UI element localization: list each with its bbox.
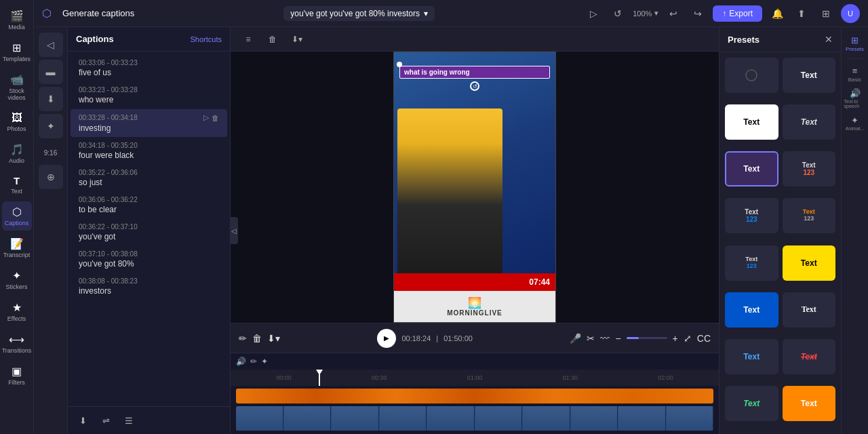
- list-item[interactable]: 00:36:06 - 00:36:22 to be clear: [71, 192, 227, 218]
- video-track[interactable]: [236, 406, 713, 431]
- magic-track-button[interactable]: ✦: [261, 357, 268, 366]
- text-block-tool[interactable]: ▬: [39, 60, 63, 84]
- preset-item-4[interactable]: Text: [725, 151, 778, 186]
- project-name[interactable]: you've got you've got 80% investors ▾: [283, 6, 435, 21]
- rotate-handle[interactable]: ↺: [470, 81, 479, 91]
- canvas-wrapper: what is going wrong ↺ 07:44: [231, 52, 719, 323]
- right-sidebar-basic[interactable]: ≡ Basic: [844, 63, 866, 85]
- list-item[interactable]: 00:33:23 - 00:33:28 who were: [71, 82, 227, 108]
- sidebar-item-stickers[interactable]: ✦ Stickers: [2, 265, 32, 294]
- scissors-button[interactable]: ✂: [587, 333, 595, 344]
- right-sidebar-tts[interactable]: 🔊 Text to speech: [844, 87, 866, 109]
- layout-button[interactable]: ⊞: [816, 4, 835, 23]
- sidebar-item-text[interactable]: T Text: [2, 171, 32, 199]
- aspect-ratio: 9:16: [44, 149, 57, 157]
- fullscreen-button[interactable]: ⤢: [684, 333, 692, 344]
- animate-icon: ✦: [851, 115, 859, 125]
- edit-tool-button[interactable]: ✏: [239, 333, 247, 344]
- replay-button[interactable]: ↺: [608, 4, 627, 23]
- playhead[interactable]: [319, 370, 320, 386]
- sub-sidebar: ◁ ▬ ⬇ ✦ 9:16 ⊕: [34, 27, 68, 434]
- list-item[interactable]: 00:33:06 - 00:33:23 five of us: [71, 55, 227, 81]
- preset-item-10[interactable]: Text: [725, 292, 778, 328]
- preset-item-12[interactable]: Text: [725, 339, 778, 374]
- magic-tool[interactable]: ✦: [39, 114, 63, 138]
- settings-captions-button[interactable]: ☰: [119, 411, 138, 430]
- presets-icon: ⊞: [851, 35, 859, 45]
- list-item-active[interactable]: 00:33:28 - 00:34:18 ▷ 🗑 investing: [71, 109, 227, 137]
- sidebar-item-captions[interactable]: ⬡ Captions: [2, 201, 32, 231]
- preset-item-1[interactable]: Text: [783, 58, 836, 93]
- edit-track-button[interactable]: ✏: [250, 357, 257, 366]
- download-tool[interactable]: ⬇: [39, 87, 63, 111]
- caption-actions: ▷ 🗑: [203, 113, 219, 122]
- right-sidebar-presets[interactable]: ⊞ Presets: [844, 33, 866, 54]
- delete-caption-button[interactable]: 🗑: [212, 113, 219, 122]
- timeline-area: 🔊 ✏ ✦ 00:00 00:30 01:00 01:30 02:00: [231, 353, 719, 434]
- pointer-tool[interactable]: ▷: [584, 4, 603, 23]
- notifications-button[interactable]: 🔔: [768, 4, 787, 23]
- list-item[interactable]: 00:34:18 - 00:35:20 four were black: [71, 138, 227, 164]
- sidebar-item-transcript[interactable]: 📝 Transcript: [2, 233, 32, 262]
- current-time: 00:18:24: [401, 334, 431, 342]
- preset-item-15[interactable]: Text: [783, 386, 836, 421]
- share-button[interactable]: ⬆: [792, 4, 811, 23]
- captions-toggle-button[interactable]: CC: [697, 333, 711, 344]
- text-align-button[interactable]: ≡: [239, 30, 258, 49]
- zoom-in-button[interactable]: +: [673, 333, 678, 344]
- preset-item-14[interactable]: Text: [725, 386, 778, 421]
- avatar[interactable]: U: [841, 4, 860, 23]
- preset-item-2[interactable]: Text: [725, 104, 778, 140]
- zoom-slider[interactable]: [627, 337, 667, 339]
- video-caption[interactable]: what is going wrong: [399, 66, 550, 79]
- delete-tool-button[interactable]: 🗑: [252, 333, 262, 344]
- sidebar-item-filters[interactable]: ▣ Filters: [2, 361, 32, 390]
- sidebar-item-stock[interactable]: 📹 Stock videos: [2, 69, 32, 105]
- preset-item-7[interactable]: Text 123: [783, 198, 836, 233]
- preset-item-5[interactable]: Text 123: [783, 151, 836, 186]
- sidebar-item-photos[interactable]: 🖼 Photos: [2, 108, 32, 136]
- delete-element-button[interactable]: 🗑: [263, 30, 282, 49]
- crop-tool[interactable]: ⊕: [39, 165, 63, 189]
- shortcuts-link[interactable]: Shortcuts: [191, 35, 222, 43]
- download-tool-button[interactable]: ⬇▾: [267, 333, 280, 344]
- download-captions-button[interactable]: ⬇: [73, 411, 92, 430]
- list-item[interactable]: 00:36:22 - 00:37:10 you've got: [71, 219, 227, 245]
- waveform-button[interactable]: 〰: [600, 333, 610, 344]
- time-bar: 07:44: [394, 273, 555, 291]
- list-item[interactable]: 00:37:10 - 00:38:08 you've got 80%: [71, 246, 227, 273]
- redo-button[interactable]: ↪: [688, 4, 707, 23]
- zoom-out-button[interactable]: −: [615, 333, 620, 344]
- volume-button[interactable]: 🔊: [236, 357, 246, 366]
- collapse-panel-button[interactable]: ◁: [230, 217, 238, 244]
- total-duration: 01:50:00: [443, 334, 473, 342]
- more-options-button[interactable]: ⬇▾: [288, 30, 307, 49]
- play-button[interactable]: ▶: [377, 329, 396, 348]
- play-caption-button[interactable]: ▷: [203, 113, 209, 122]
- preset-item-6[interactable]: Text 123: [725, 198, 778, 233]
- preset-item-3[interactable]: Text: [783, 104, 836, 140]
- sidebar-item-effects[interactable]: ★ Effects: [2, 297, 32, 326]
- sidebar-item-templates[interactable]: ⊞ Templates: [2, 37, 32, 66]
- preset-item-empty[interactable]: [725, 58, 778, 93]
- undo-button[interactable]: ↩: [664, 4, 683, 23]
- right-sidebar-animate[interactable]: ✦ Animat...: [844, 112, 866, 134]
- presets-close-button[interactable]: ✕: [825, 34, 833, 45]
- sidebar-item-audio[interactable]: 🎵 Audio: [2, 139, 32, 168]
- back-tool[interactable]: ◁: [39, 33, 63, 57]
- export-button[interactable]: ↑ Export: [713, 5, 762, 22]
- resize-handle[interactable]: [397, 62, 402, 67]
- list-item[interactable]: 00:35:22 - 00:36:06 so just: [71, 165, 227, 191]
- caption-text-8: investors: [79, 286, 219, 296]
- preset-item-13[interactable]: Text: [783, 339, 836, 374]
- sidebar-item-transitions[interactable]: ⟷ Transitions: [2, 329, 32, 358]
- preset-item-11[interactable]: Text: [783, 292, 836, 328]
- list-item[interactable]: 00:38:08 - 00:38:23 investors: [71, 273, 227, 300]
- mic-button[interactable]: 🎤: [570, 333, 581, 344]
- translate-captions-button[interactable]: ⇌: [96, 411, 115, 430]
- preset-item-9[interactable]: Text: [783, 245, 836, 281]
- mark-4: 02:00: [618, 374, 713, 381]
- sidebar-item-media[interactable]: 🎬 Media: [2, 5, 32, 35]
- audio-track[interactable]: [236, 389, 713, 403]
- preset-item-8[interactable]: Text 123: [725, 245, 778, 281]
